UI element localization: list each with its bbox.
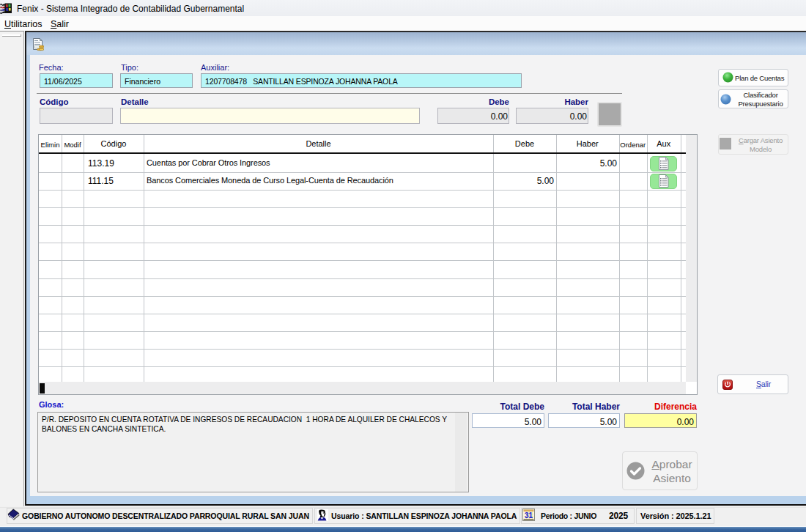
svg-text:31: 31 — [525, 511, 533, 520]
